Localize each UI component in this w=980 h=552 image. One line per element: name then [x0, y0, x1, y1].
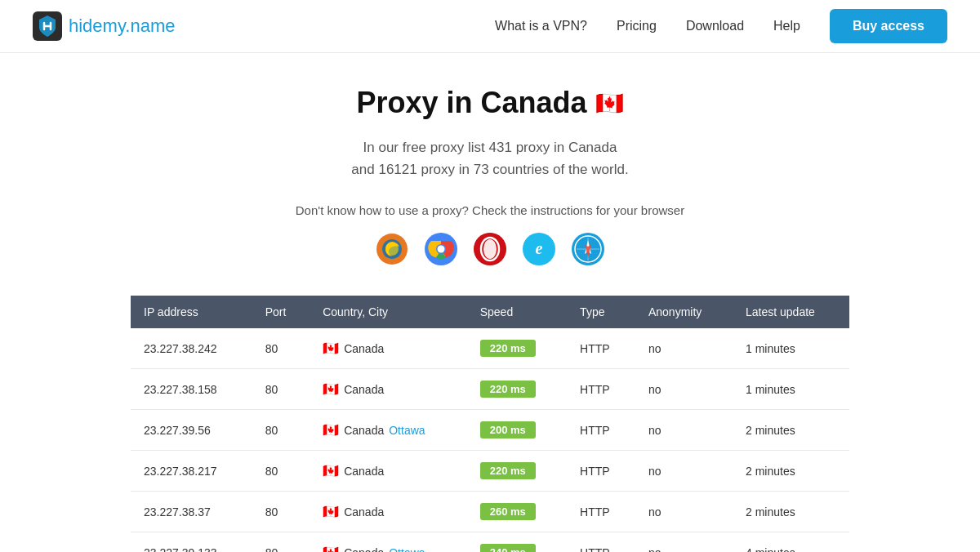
cell-type: HTTP: [567, 369, 635, 410]
col-anonymity: Anonymity: [635, 296, 733, 328]
cell-anonymity: no: [635, 369, 733, 410]
cell-ip: 23.227.39.56: [131, 410, 252, 451]
cell-port: 80: [252, 451, 310, 492]
cell-speed: 220 ms: [467, 328, 567, 369]
logo[interactable]: hidemy.name: [33, 11, 175, 41]
main-nav: What is a VPN? Pricing Download Help Buy…: [495, 9, 947, 43]
instructions-text: Don't know how to use a proxy? Check the…: [131, 203, 849, 217]
cell-ip: 23.227.38.37: [131, 492, 252, 532]
col-port: Port: [252, 296, 310, 328]
logo-icon: [33, 11, 62, 41]
cell-anonymity: no: [635, 532, 733, 552]
cell-ip: 23.227.38.217: [131, 451, 252, 492]
city-link[interactable]: Ottawa: [389, 424, 425, 437]
cell-updated: 1 minutes: [733, 369, 849, 410]
cell-anonymity: no: [635, 492, 733, 532]
logo-text: hidemy.name: [69, 16, 175, 37]
col-type: Type: [567, 296, 635, 328]
flag-icon: 🇨🇦: [323, 381, 339, 397]
speed-badge: 240 ms: [480, 544, 536, 552]
nav-item-help[interactable]: Help: [773, 19, 800, 33]
table-body: 23.227.38.24280🇨🇦Canada220 msHTTPno1 min…: [131, 328, 849, 552]
col-ip: IP address: [131, 296, 252, 328]
cell-ip: 23.227.39.133: [131, 532, 252, 552]
table-row: 23.227.38.21780🇨🇦Canada220 msHTTPno2 min…: [131, 451, 849, 492]
cell-country: 🇨🇦Canada: [310, 328, 467, 369]
cell-anonymity: no: [635, 410, 733, 451]
table-header: IP address Port Country, City Speed Type…: [131, 296, 849, 328]
table-row: 23.227.38.3780🇨🇦Canada260 msHTTPno2 minu…: [131, 492, 849, 532]
cell-country: 🇨🇦Canada Ottawa: [310, 532, 467, 552]
svg-point-8: [438, 246, 445, 253]
flag-icon: 🇨🇦: [323, 545, 339, 552]
cell-anonymity: no: [635, 451, 733, 492]
cell-speed: 240 ms: [467, 532, 567, 552]
nav-item-pricing[interactable]: Pricing: [617, 19, 657, 33]
cell-updated: 1 minutes: [733, 328, 849, 369]
col-speed: Speed: [467, 296, 567, 328]
cell-port: 80: [252, 410, 310, 451]
table-row: 23.227.39.5680🇨🇦Canada Ottawa200 msHTTPn…: [131, 410, 849, 451]
cell-country: 🇨🇦Canada: [310, 492, 467, 532]
page-title-area: Proxy in Canada 🇨🇦: [131, 86, 849, 120]
country-name: Canada: [344, 383, 384, 396]
cell-country: 🇨🇦Canada Ottawa: [310, 410, 467, 451]
svg-point-4: [385, 243, 399, 256]
nav-item-what-is-vpn[interactable]: What is a VPN?: [495, 19, 587, 33]
cell-country: 🇨🇦Canada: [310, 451, 467, 492]
proxy-table: IP address Port Country, City Speed Type…: [131, 296, 849, 552]
cell-port: 80: [252, 492, 310, 532]
cell-port: 80: [252, 532, 310, 552]
browser-icons-row: e: [131, 232, 849, 266]
col-updated: Latest update: [733, 296, 849, 328]
cell-updated: 4 minutes: [733, 532, 849, 552]
cell-speed: 260 ms: [467, 492, 567, 532]
city-link[interactable]: Ottawa: [389, 546, 425, 552]
cell-country: 🇨🇦Canada: [310, 369, 467, 410]
cell-ip: 23.227.38.158: [131, 369, 252, 410]
country-name: Canada: [344, 465, 384, 478]
col-country: Country, City: [310, 296, 467, 328]
svg-point-10: [483, 239, 497, 259]
speed-badge: 220 ms: [480, 381, 536, 398]
safari-icon[interactable]: [571, 232, 605, 266]
cell-updated: 2 minutes: [733, 492, 849, 532]
cell-speed: 220 ms: [467, 369, 567, 410]
nav-item-download[interactable]: Download: [686, 19, 744, 33]
table-row: 23.227.38.24280🇨🇦Canada220 msHTTPno1 min…: [131, 328, 849, 369]
flag-icon: 🇨🇦: [323, 341, 339, 356]
chrome-icon[interactable]: [424, 232, 458, 266]
buy-access-button[interactable]: Buy access: [830, 9, 947, 43]
cell-speed: 200 ms: [467, 410, 567, 451]
table-row: 23.227.38.15880🇨🇦Canada220 msHTTPno1 min…: [131, 369, 849, 410]
cell-type: HTTP: [567, 328, 635, 369]
flag-icon: 🇨🇦: [323, 422, 339, 438]
svg-text:e: e: [536, 239, 543, 257]
speed-badge: 200 ms: [480, 421, 536, 438]
cell-type: HTTP: [567, 492, 635, 532]
table-row: 23.227.39.13380🇨🇦Canada Ottawa240 msHTTP…: [131, 532, 849, 552]
speed-badge: 220 ms: [480, 340, 536, 357]
opera-icon[interactable]: [473, 232, 507, 266]
country-name: Canada: [344, 424, 384, 437]
flag-icon: 🇨🇦: [323, 463, 339, 479]
cell-updated: 2 minutes: [733, 451, 849, 492]
country-name: Canada: [344, 342, 384, 355]
country-name: Canada: [344, 546, 384, 552]
ie-icon[interactable]: e: [522, 232, 556, 266]
cell-type: HTTP: [567, 532, 635, 552]
main-content: Proxy in Canada 🇨🇦 In our free proxy lis…: [114, 53, 866, 552]
cell-ip: 23.227.38.242: [131, 328, 252, 369]
subtitle: In our free proxy list 431 proxy in Cana…: [131, 136, 849, 180]
speed-badge: 260 ms: [480, 503, 536, 520]
canada-flag: 🇨🇦: [595, 90, 624, 117]
firefox-icon[interactable]: [375, 232, 409, 266]
cell-port: 80: [252, 369, 310, 410]
cell-type: HTTP: [567, 410, 635, 451]
speed-badge: 220 ms: [480, 462, 536, 479]
cell-speed: 220 ms: [467, 451, 567, 492]
table-header-row: IP address Port Country, City Speed Type…: [131, 296, 849, 328]
cell-type: HTTP: [567, 451, 635, 492]
header: hidemy.name What is a VPN? Pricing Downl…: [0, 0, 980, 53]
cell-anonymity: no: [635, 328, 733, 369]
